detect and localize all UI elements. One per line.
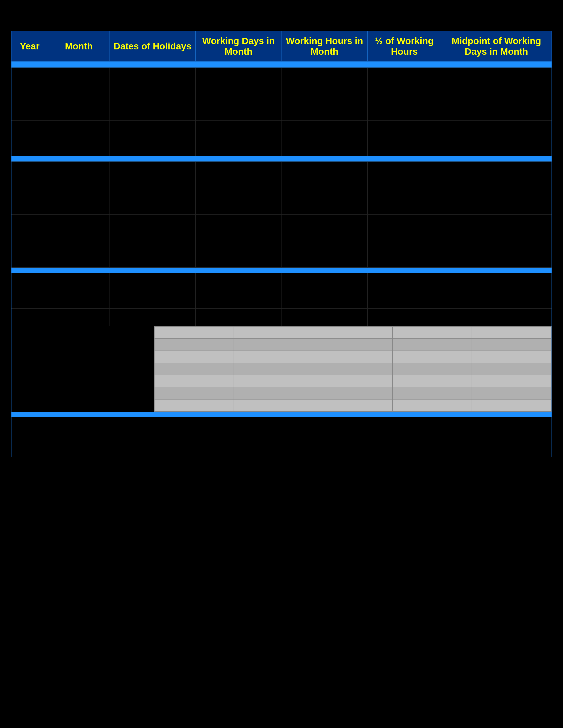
col-header-working-hours: Working Hours in Month	[282, 31, 368, 62]
spacer-row	[11, 444, 552, 457]
table-row	[11, 138, 552, 156]
table-row	[11, 121, 552, 138]
col-header-year: Year	[11, 31, 48, 62]
separator-bar-2	[11, 268, 552, 273]
table-row	[11, 162, 552, 179]
header-row: Year Month Dates of Holidays Working Day…	[11, 31, 552, 62]
main-table-wrapper: Year Month Dates of Holidays Working Day…	[11, 31, 552, 457]
table-row	[11, 232, 552, 250]
table-row	[11, 291, 552, 309]
col-header-dates: Dates of Holidays	[109, 31, 195, 62]
table-row	[11, 179, 552, 197]
gray-table-row	[154, 326, 551, 339]
table-row	[11, 250, 552, 268]
gray-table-row	[154, 351, 551, 363]
col-header-working-days: Working Days in Month	[195, 31, 282, 62]
page-container: Year Month Dates of Holidays Working Day…	[0, 0, 563, 728]
bottom-blue-bar	[11, 412, 552, 417]
main-table: Year Month Dates of Holidays Working Day…	[11, 31, 552, 457]
spacer-row	[11, 431, 552, 444]
table-row	[11, 215, 552, 232]
gray-subtable-row	[11, 326, 552, 412]
table-row	[11, 273, 552, 291]
table-row	[11, 309, 552, 326]
gray-table-row	[154, 363, 551, 375]
separator-bar-1	[11, 156, 552, 162]
subheader-bar-1	[11, 62, 552, 68]
col-header-month: Month	[48, 31, 109, 62]
gray-table-row	[154, 339, 551, 351]
spacer-row	[11, 417, 552, 431]
col-header-half-hours: ½ of Working Hours	[368, 31, 441, 62]
gray-table-row	[154, 375, 551, 387]
table-row	[11, 85, 552, 103]
gray-subtable-container	[11, 326, 552, 412]
gray-table-row	[154, 399, 551, 411]
table-row	[11, 68, 552, 85]
col-header-midpoint: Midpoint of Working Days in Month	[441, 31, 552, 62]
gray-table-row	[154, 387, 551, 399]
table-row	[11, 103, 552, 121]
table-row	[11, 197, 552, 215]
gray-subtable	[154, 326, 552, 412]
